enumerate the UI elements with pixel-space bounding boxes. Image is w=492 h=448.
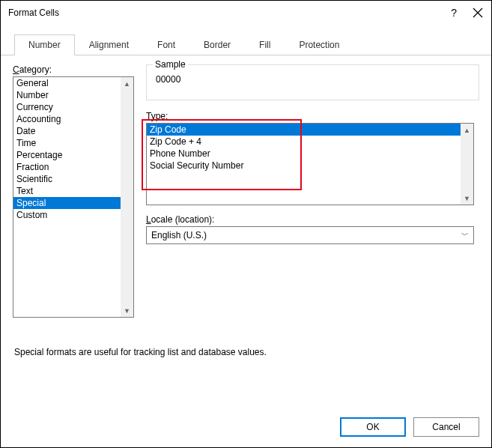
tab-number[interactable]: Number [14,34,75,55]
help-icon[interactable]: ? [451,7,457,19]
type-listbox[interactable]: Zip Code Zip Code + 4 Phone Number Socia… [146,123,474,205]
tab-border[interactable]: Border [189,34,245,55]
ok-button[interactable]: OK [340,417,406,437]
scroll-down-icon[interactable]: ▼ [461,192,473,205]
scroll-down-icon[interactable]: ▼ [121,304,133,317]
category-item-time[interactable]: Time [13,137,121,149]
category-item-general[interactable]: General [13,77,121,89]
locale-label: Locale (location): [146,214,479,225]
category-item-accounting[interactable]: Accounting [13,113,121,125]
type-label: Type: [146,111,479,121]
category-item-custom[interactable]: Custom [13,209,121,221]
tab-font[interactable]: Font [143,34,189,55]
sample-label: Sample [153,59,188,70]
type-scrollbar[interactable]: ▲ ▼ [461,124,473,205]
category-item-special[interactable]: Special [13,197,121,209]
help-text: Special formats are useful for tracking … [14,347,267,357]
sample-value: 00000 [156,74,473,85]
scroll-up-icon[interactable]: ▲ [461,124,473,136]
type-item-ssn[interactable]: Social Security Number [147,160,461,172]
close-icon[interactable] [472,7,484,19]
category-scrollbar[interactable]: ▲ ▼ [121,77,133,317]
type-item-zipcode4[interactable]: Zip Code + 4 [147,136,461,148]
window-title: Format Cells [8,7,451,18]
category-item-scientific[interactable]: Scientific [13,173,121,185]
cancel-button[interactable]: Cancel [413,417,479,437]
locale-value: English (U.S.) [151,230,207,240]
category-item-number[interactable]: Number [13,89,121,101]
tabstrip: Number Alignment Font Border Fill Protec… [1,34,491,55]
category-item-date[interactable]: Date [13,125,121,137]
category-listbox[interactable]: General Number Currency Accounting Date … [13,76,134,318]
type-item-phone[interactable]: Phone Number [147,148,461,160]
titlebar: Format Cells ? [1,1,491,25]
chevron-down-icon: ﹀ [461,230,469,240]
sample-box: Sample 00000 [146,64,479,100]
type-item-zipcode[interactable]: Zip Code [147,124,461,136]
category-item-percentage[interactable]: Percentage [13,149,121,161]
category-item-fraction[interactable]: Fraction [13,161,121,173]
tab-alignment[interactable]: Alignment [75,34,143,55]
tab-fill[interactable]: Fill [245,34,285,55]
scroll-up-icon[interactable]: ▲ [121,77,133,90]
tab-protection[interactable]: Protection [285,34,353,55]
category-item-currency[interactable]: Currency [13,101,121,113]
category-label: Category: [13,64,134,75]
locale-select[interactable]: English (U.S.) ﹀ [146,226,474,244]
category-item-text[interactable]: Text [13,185,121,197]
